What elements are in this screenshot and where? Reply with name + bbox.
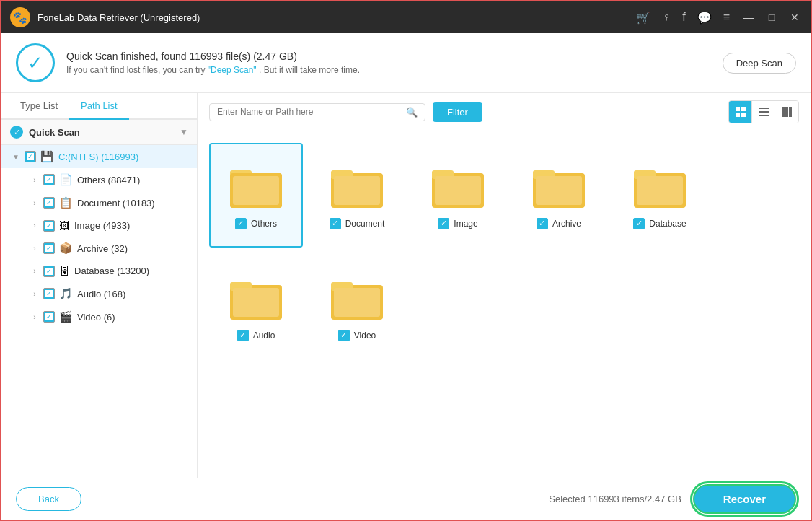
tree-label-image: Image (4933) <box>74 220 130 231</box>
scan-result-text: Quick Scan finished, found 116993 file(s… <box>66 51 723 62</box>
user-icon[interactable]: ♀ <box>662 11 671 24</box>
tree-label-root: C:(NTFS) (116993) <box>58 152 138 162</box>
list-view-button[interactable] <box>752 101 775 123</box>
tree-checkbox-audio[interactable]: ✓ <box>43 288 55 299</box>
filter-button[interactable]: Filter <box>433 102 482 122</box>
expand-icon[interactable]: › <box>29 174 40 185</box>
expand-icon[interactable]: › <box>29 288 40 299</box>
svg-rect-6 <box>759 115 769 116</box>
expand-icon[interactable]: › <box>29 266 40 277</box>
chevron-down-icon: ▼ <box>180 127 188 137</box>
svg-rect-28 <box>233 288 279 317</box>
main-content: Type List Path List ✓ Quick Scan ▼ ▼ ✓ 💾… <box>1 93 811 478</box>
folder-check-audio: ✓ Audio <box>237 330 275 341</box>
tree-item-audio[interactable]: › ✓ 🎵 Audio (168) <box>20 282 197 305</box>
deep-scan-link[interactable]: "Deep Scan" <box>208 65 257 75</box>
folder-item-audio[interactable]: ✓ Audio <box>209 255 303 359</box>
document-icon: 📋 <box>59 196 73 209</box>
toolbar-row: 🔍 Filter <box>198 93 811 131</box>
maximize-button[interactable]: □ <box>764 12 779 23</box>
folder-item-document[interactable]: ✓ Document <box>310 143 404 248</box>
folder-checkbox-archive[interactable]: ✓ <box>537 218 548 229</box>
scan-mode-row[interactable]: ✓ Quick Scan ▼ <box>1 120 197 145</box>
scan-hint-text: If you can't find lost files, you can tr… <box>66 65 723 75</box>
header-text: Quick Scan finished, found 116993 file(s… <box>66 51 723 75</box>
menu-icon[interactable]: ≡ <box>723 11 730 24</box>
chat-icon[interactable]: 💬 <box>697 11 712 25</box>
minimize-button[interactable]: — <box>741 12 756 23</box>
tree-item-video[interactable]: › ✓ 🎬 Video (6) <box>20 305 197 328</box>
selection-status: Selected 116993 items/2.47 GB <box>81 494 681 504</box>
audio-icon: 🎵 <box>59 287 73 300</box>
tree-item-others[interactable]: › ✓ 📄 Others (88471) <box>20 168 197 191</box>
tree-item-database[interactable]: › ✓ 🗄 Database (13200) <box>20 260 197 282</box>
folder-item-database[interactable]: ✓ Database <box>613 143 707 248</box>
file-grid: ✓ Others <box>198 131 811 478</box>
sidebar: Type List Path List ✓ Quick Scan ▼ ▼ ✓ 💾… <box>1 93 198 478</box>
svg-rect-16 <box>334 176 380 205</box>
scan-mode-checkmark: ✓ <box>10 126 23 139</box>
tree-checkbox-video[interactable]: ✓ <box>43 311 55 323</box>
svg-rect-4 <box>759 108 769 109</box>
folder-checkbox-others[interactable]: ✓ <box>235 218 247 229</box>
tab-path-list[interactable]: Path List <box>69 93 129 120</box>
tab-type-list[interactable]: Type List <box>9 93 69 120</box>
grid-view-button[interactable] <box>729 101 752 123</box>
svg-rect-5 <box>759 111 769 113</box>
app-window: 🐾 FoneLab Data Retriever (Unregistered) … <box>0 0 812 521</box>
folder-item-archive[interactable]: ✓ Archive <box>512 143 606 248</box>
tree-checkbox-document[interactable]: ✓ <box>43 197 55 209</box>
app-logo: 🐾 <box>10 7 30 27</box>
expand-icon[interactable]: › <box>29 220 40 232</box>
back-button[interactable]: Back <box>16 487 81 511</box>
detail-view-button[interactable] <box>775 101 798 123</box>
tree-checkbox-image[interactable]: ✓ <box>43 220 55 232</box>
tree-checkbox-root[interactable]: ✓ <box>25 151 36 162</box>
svg-rect-31 <box>334 288 380 317</box>
folder-checkbox-audio[interactable]: ✓ <box>237 330 249 341</box>
title-bar: 🐾 FoneLab Data Retriever (Unregistered) … <box>1 1 811 33</box>
cart-icon[interactable]: 🛒 <box>636 11 650 25</box>
tree-item-archive[interactable]: › ✓ 📦 Archive (32) <box>20 237 197 260</box>
svg-rect-1 <box>741 107 746 111</box>
svg-rect-19 <box>435 176 481 205</box>
search-input[interactable] <box>217 107 406 117</box>
expand-icon[interactable]: › <box>29 242 40 254</box>
close-button[interactable]: ✕ <box>787 12 802 23</box>
folder-name-others: Others <box>251 219 277 229</box>
folder-icon-archive <box>530 162 588 212</box>
folder-checkbox-document[interactable]: ✓ <box>330 218 341 229</box>
folder-item-video[interactable]: ✓ Video <box>310 255 404 359</box>
window-controls: — □ ✕ <box>741 12 802 23</box>
folder-icon-video <box>328 273 386 324</box>
tree-checkbox-database[interactable]: ✓ <box>43 266 55 277</box>
tree-label-others: Others (88471) <box>77 175 140 185</box>
folder-checkbox-image[interactable]: ✓ <box>438 218 449 229</box>
deep-scan-button[interactable]: Deep Scan <box>723 53 796 74</box>
tree-label-document: Document (10183) <box>77 198 155 209</box>
folder-checkbox-video[interactable]: ✓ <box>338 330 350 341</box>
sidebar-tabs: Type List Path List <box>1 93 197 120</box>
tree-checkbox-archive[interactable]: ✓ <box>43 242 55 254</box>
folder-check-archive: ✓ Archive <box>537 218 581 229</box>
svg-rect-9 <box>789 107 792 117</box>
expand-icon[interactable]: › <box>29 197 40 209</box>
folder-checkbox-database[interactable]: ✓ <box>633 218 645 229</box>
svg-rect-3 <box>741 113 746 117</box>
tree-item-document[interactable]: › ✓ 📋 Document (10183) <box>20 191 197 214</box>
facebook-icon[interactable]: f <box>682 11 685 24</box>
folder-name-audio: Audio <box>253 330 275 341</box>
folder-item-image[interactable]: ✓ Image <box>411 143 505 248</box>
tree-checkbox-others[interactable]: ✓ <box>43 174 55 185</box>
right-panel: 🔍 Filter <box>198 93 811 478</box>
app-title: FoneLab Data Retriever (Unregistered) <box>37 12 636 23</box>
expand-icon[interactable]: › <box>29 311 40 323</box>
header-area: ✓ Quick Scan finished, found 116993 file… <box>1 33 811 93</box>
tree-item-root[interactable]: ▼ ✓ 💾 C:(NTFS) (116993) <box>1 145 197 168</box>
expand-icon[interactable]: ▼ <box>10 151 22 162</box>
recover-button[interactable]: Recover <box>693 484 796 514</box>
search-box[interactable]: 🔍 <box>209 103 425 121</box>
success-icon: ✓ <box>16 43 55 82</box>
folder-item-others[interactable]: ✓ Others <box>209 143 303 248</box>
tree-item-image[interactable]: › ✓ 🖼 Image (4933) <box>20 214 197 237</box>
